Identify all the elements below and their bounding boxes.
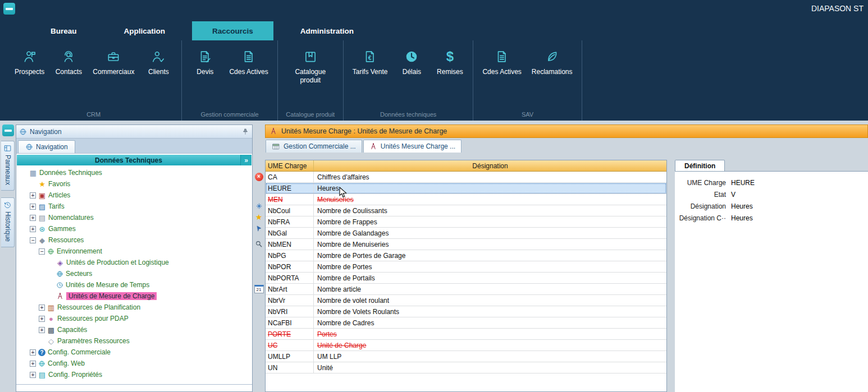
side-tab-historique[interactable]: Historique	[1, 197, 15, 247]
tree-expander-expand[interactable]: +	[30, 372, 36, 378]
tree-item-tarifs[interactable]: +▨Tarifs	[16, 201, 252, 212]
tree-item-ressources-pour-pdap[interactable]: +●Ressources pour PDAP	[16, 313, 252, 324]
favorite-button[interactable]: ★	[254, 212, 264, 222]
ribbon-item-reclamations[interactable]: Reclamations	[531, 47, 574, 77]
table-row-nbgal[interactable]: NbGalNombre de Galandages	[266, 228, 666, 239]
tree-item-articles[interactable]: +▣Articles	[16, 190, 252, 201]
tab-definition[interactable]: Définition	[675, 160, 725, 171]
document-tab-unites-mesure-charge[interactable]: Unités Mesure Charge ...	[363, 140, 462, 153]
field-label: UME Charge	[675, 179, 731, 187]
tree-item-parametres-ressources[interactable]: ◇Paramètres Ressources	[16, 335, 252, 347]
commercial-management-icon	[272, 142, 280, 151]
ribbon-group-donnees-techniques: €Tarifs VenteDélais$Remises Données tech…	[344, 40, 474, 121]
tree-expander-collapse[interactable]: −	[30, 237, 36, 243]
tree-item-unites-de-production-et-logistique[interactable]: ◈Unités de Production et Logistique	[16, 257, 252, 268]
table-row-ca[interactable]: CAChiffres d'affaires	[266, 172, 666, 183]
ribbon-item-prospects[interactable]: Prospects	[13, 47, 45, 77]
table-row-umllp[interactable]: UMLLPUM LLP	[266, 351, 666, 362]
ribbon-item-delais[interactable]: Délais	[396, 47, 427, 77]
ribbon-item-remises[interactable]: $Remises	[435, 47, 465, 77]
config-web-icon	[38, 360, 45, 367]
ribbon-item-cdes-actives[interactable]: Cdes Actives	[228, 47, 269, 77]
data-grid-icon: ▦	[29, 169, 37, 177]
cell-code: UMLLP	[266, 351, 314, 362]
ribbon-item-devis[interactable]: Devis	[190, 47, 220, 77]
tree-expander-expand[interactable]: +	[39, 327, 45, 333]
tab-navigation[interactable]: Navigation	[18, 140, 75, 153]
ribbon-item-label: Cdes Actives	[482, 68, 521, 76]
tree-item-capacites[interactable]: +▩Capacités	[16, 324, 252, 335]
side-tab-panneaux[interactable]: Panneaux	[1, 141, 15, 191]
tree-expander-expand[interactable]: +	[30, 215, 36, 221]
pointer-button[interactable]	[254, 223, 264, 233]
ribbon-item-contacts[interactable]: Contacts	[53, 47, 84, 77]
table-row-uc[interactable]: UCUnité de Charge	[266, 340, 666, 351]
table-row-ncafbi[interactable]: NCaFBINombre de Cadres	[266, 317, 666, 329]
ribbon-item-commerciaux[interactable]: Commerciaux	[92, 47, 135, 77]
collapse-button[interactable]: »	[240, 155, 252, 165]
table-row-un[interactable]: UNUnité	[266, 362, 666, 373]
table-row-nbpor[interactable]: NbPORNombre de Portes	[266, 261, 666, 273]
table-row-nbporta[interactable]: NbPORTANombre de Portails	[266, 273, 666, 284]
tree-item-config-web[interactable]: +Config. Web	[16, 358, 252, 369]
tree-item-ressources[interactable]: −◆Ressources	[16, 234, 252, 246]
tree-expander-collapse[interactable]: −	[39, 248, 45, 255]
ribbon-item-catalogue-produit[interactable]: Catalogue produit	[286, 47, 335, 86]
search-button[interactable]	[254, 239, 264, 249]
tree-expander-expand[interactable]: +	[39, 316, 45, 322]
table-row-heure[interactable]: HEUREHeures	[266, 183, 666, 194]
production-units-icon: ◈	[56, 259, 64, 266]
ribbon-group-label: Gestion commerciale	[190, 110, 269, 121]
ribbon-item-tarifs-vente[interactable]: €Tarifs Vente	[351, 47, 389, 77]
column-header-designation[interactable]: Désignation	[314, 160, 666, 171]
tree-item-unites-de-mesure-de-temps[interactable]: Unités de Mesure de Temps	[16, 279, 252, 290]
column-header-ume-charge[interactable]: UME Charge	[266, 160, 314, 171]
document-title: Unités Mesure Charge : Unités de Mesure …	[281, 127, 447, 135]
cell-designation: Menuiseries	[314, 194, 666, 205]
tree-item-config-commerciale[interactable]: +?Config. Commerciale	[16, 347, 252, 358]
tree-item-gammes[interactable]: +⊛Gammes	[16, 223, 252, 234]
calendar-button[interactable]: 21	[254, 284, 264, 294]
navigation-panel-title: Navigation	[30, 128, 62, 136]
table-row-nbrvr[interactable]: NbrVrNombre de volet roulant	[266, 295, 666, 306]
tree-item-favoris[interactable]: ★Favoris	[16, 178, 252, 190]
cell-designation: Nombre de Volets Roulants	[314, 306, 666, 317]
ribbon-item-clients[interactable]: Clients	[143, 47, 173, 77]
tree-expander-expand[interactable]: +	[30, 349, 36, 356]
tree-item-ressources-de-planification[interactable]: +▥Ressources de Planification	[16, 302, 252, 313]
table-row-nbvri[interactable]: NbVRINombre de Volets Roulants	[266, 306, 666, 317]
table-row-nbmen[interactable]: NbMENNombre de Menuiseries	[266, 239, 666, 250]
tree-expander-expand[interactable]: +	[30, 192, 36, 199]
ribbon-tab-bureau[interactable]: Bureau	[30, 21, 97, 40]
cell-code: NbMEN	[266, 239, 314, 250]
ribbon-item-cdes-actives[interactable]: Cdes Actives	[481, 47, 522, 77]
pin-icon[interactable]	[241, 128, 249, 136]
tree-expander-expand[interactable]: +	[30, 361, 36, 367]
table-row-porte[interactable]: PORTEPortes	[266, 329, 666, 340]
ribbon-tab-administration[interactable]: Administration	[280, 21, 374, 40]
ribbon-tab-application[interactable]: Application	[104, 21, 186, 40]
table-row-nbrart[interactable]: NbrArtNombre article	[266, 284, 666, 295]
ribbon-tab-raccourcis[interactable]: Raccourcis	[192, 21, 273, 40]
table-row-nbfra[interactable]: NbFRANombre de Frappes	[266, 216, 666, 228]
navigation-tab-bar: Navigation	[16, 139, 252, 154]
app-logo-icon[interactable]	[2, 124, 14, 136]
tree-expander-expand[interactable]: +	[30, 204, 36, 210]
tree-item-environnement[interactable]: −Environnement	[16, 246, 252, 257]
tree-expander-expand[interactable]: +	[39, 305, 45, 311]
tree-header: Données Techniques »	[17, 155, 252, 165]
filter-button[interactable]	[254, 201, 264, 211]
table-row-men[interactable]: MENMenuiseries	[266, 194, 666, 205]
table-row-nbpg[interactable]: NbPGNombre de Portes de Garage	[266, 250, 666, 261]
delais-icon	[404, 48, 419, 65]
field-label: Etat	[675, 191, 731, 199]
tree-item-nomenclatures[interactable]: +▤Nomenclatures	[16, 212, 252, 223]
tree-item-donnees-techniques[interactable]: ▦Données Techniques	[16, 167, 252, 178]
tree-expander-expand[interactable]: +	[30, 226, 36, 232]
tree-item-secteurs[interactable]: Secteurs	[16, 268, 252, 279]
close-button[interactable]: ×	[254, 172, 264, 182]
tree-item-config-proprietes[interactable]: +▤Config. Propriétés	[16, 369, 252, 380]
document-tab-gestion-commerciale[interactable]: Gestion Commerciale ...	[266, 140, 362, 153]
tree-item-unites-de-mesure-de-charge[interactable]: Unités de Mesure de Charge	[16, 290, 252, 302]
table-row-nbcoul[interactable]: NbCoulNombre de Coulissants	[266, 205, 666, 216]
